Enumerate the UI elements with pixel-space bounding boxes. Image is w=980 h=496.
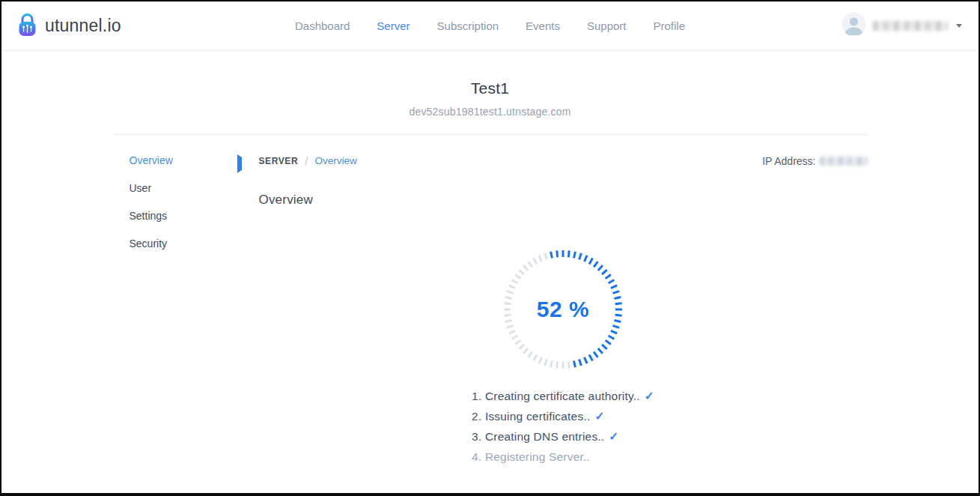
breadcrumb: SERVER / Overview: [259, 154, 357, 167]
brand-logo[interactable]: utunnel.io: [15, 11, 121, 41]
nav-item-subscription[interactable]: Subscription: [437, 19, 499, 32]
person-avatar-icon: [841, 12, 866, 40]
breadcrumb-server-link[interactable]: SERVER: [259, 156, 299, 166]
sidebar-item-overview[interactable]: Overview: [130, 154, 222, 166]
breadcrumb-overview-link[interactable]: Overview: [314, 155, 356, 166]
check-icon: ✓: [594, 410, 604, 423]
nav-item-support[interactable]: Support: [587, 19, 627, 32]
top-navbar: utunnel.io DashboardServerSubscriptionEv…: [1, 1, 979, 51]
sidebar-item-user[interactable]: User: [130, 182, 222, 194]
setup-steps: 1. Creating certificate authority..✓2. I…: [259, 386, 868, 467]
app-window: utunnel.io DashboardServerSubscriptionEv…: [0, 0, 980, 496]
nav-item-server[interactable]: Server: [377, 19, 410, 32]
caret-right-icon: [237, 154, 242, 173]
redacted-user-name: [873, 21, 948, 31]
brand-name: utunnel.io: [45, 16, 121, 36]
nav-item-dashboard[interactable]: Dashboard: [295, 19, 350, 32]
ip-address: IP Address:: [762, 155, 867, 167]
nav-item-events[interactable]: Events: [526, 19, 560, 32]
nav-item-profile[interactable]: Profile: [654, 19, 686, 32]
progress-step-3: 3. Creating DNS entries..✓: [472, 426, 654, 447]
caret-down-icon: [956, 24, 962, 28]
server-body: OverviewUserSettingsSecurity SERVER / Ov…: [113, 135, 868, 467]
progress-step-4: 4. Registering Server..: [472, 447, 654, 467]
account-menu[interactable]: [841, 12, 965, 40]
breadcrumb-separator: /: [305, 154, 308, 167]
breadcrumb-row: SERVER / Overview IP Address:: [259, 154, 868, 167]
sidebar-toggle[interactable]: [222, 154, 259, 467]
sidebar-item-security[interactable]: Security: [130, 238, 222, 249]
progress-step-label: 1. Creating certificate authority..: [472, 390, 640, 402]
padlock-circuit-icon: [15, 11, 40, 41]
progress-step-1: 1. Creating certificate authority..✓: [472, 386, 654, 406]
overview-heading: Overview: [259, 193, 868, 208]
progress-step-label: 3. Creating DNS entries..: [472, 430, 604, 443]
server-domain: dev52sub1981test1.utnstage.com: [113, 106, 868, 118]
setup-progress-ring: 52 %: [502, 248, 624, 371]
server-sidebar: OverviewUserSettingsSecurity: [113, 154, 222, 467]
progress-step-2: 2. Issuing certificates..✓: [472, 406, 654, 426]
progress-step-label: 2. Issuing certificates..: [472, 410, 590, 423]
main-panel: SERVER / Overview IP Address: Overview 5…: [259, 154, 868, 467]
main-nav: DashboardServerSubscriptionEventsSupport…: [295, 19, 685, 32]
redacted-ip-value: [820, 157, 868, 166]
progress-percent: 52 %: [502, 248, 624, 371]
progress-step-label: 4. Registering Server..: [472, 450, 590, 463]
check-icon: ✓: [645, 390, 654, 402]
sidebar-item-settings[interactable]: Settings: [130, 210, 222, 222]
page-content: Test1 dev52sub1981test1.utnstage.com Ove…: [113, 79, 868, 467]
ip-address-label: IP Address:: [762, 155, 815, 167]
server-title: Test1: [113, 79, 868, 97]
check-icon: ✓: [609, 430, 618, 443]
